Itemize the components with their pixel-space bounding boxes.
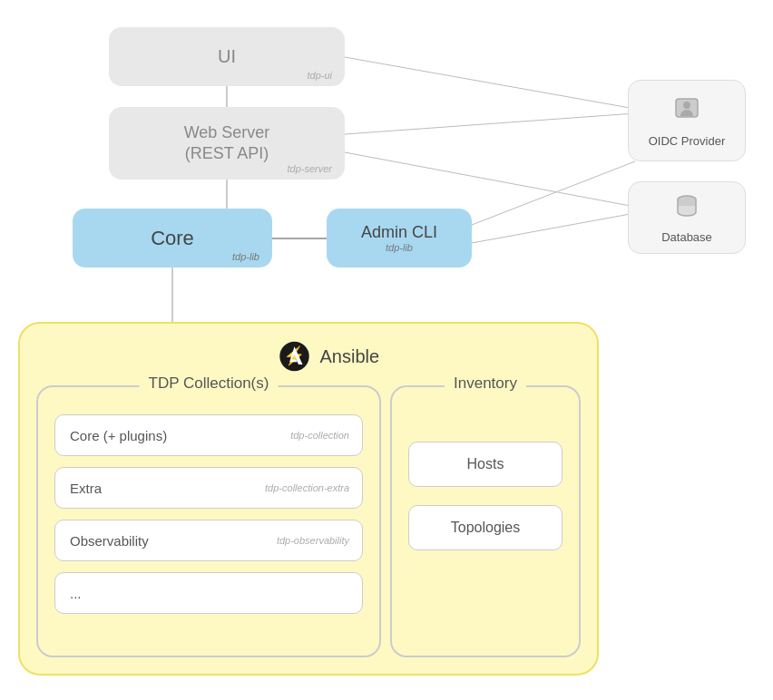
svg-line-7 [472, 161, 635, 225]
tdp-collections-title: TDP Collection(s) [140, 374, 279, 393]
ansible-header: ⚡ Ansible [279, 340, 380, 373]
svg-point-10 [683, 102, 690, 109]
inventory-item-hosts: Hosts [408, 442, 563, 487]
collection-extra-tag: tdp-collection-extra [265, 482, 349, 493]
svg-line-5 [345, 113, 635, 134]
ansible-container: ⚡ Ansible TDP Collection(s) Core (+ plug… [18, 322, 599, 676]
ansible-title: Ansible [320, 346, 380, 367]
webserver-box: Web Server (REST API) tdp-server [109, 107, 345, 180]
admincli-tag: tdp-lib [386, 242, 413, 253]
oidc-box: OIDC Provider [628, 80, 746, 161]
webserver-tag: tdp-server [287, 163, 332, 174]
core-label: Core [151, 227, 194, 250]
admincli-label: Admin CLI [361, 223, 437, 242]
admincli-box: Admin CLI tdp-lib [327, 209, 472, 267]
svg-line-4 [345, 57, 635, 109]
ui-label: UI [218, 46, 236, 67]
svg-line-6 [345, 152, 635, 207]
collection-observability-tag: tdp-observability [277, 535, 349, 546]
ui-tag: tdp-ui [307, 70, 332, 81]
database-icon [673, 192, 700, 225]
inventory-topologies-label: Topologies [451, 520, 521, 536]
tdp-collections-box: TDP Collection(s) Core (+ plugins) tdp-c… [36, 385, 381, 657]
diagram-container: UI tdp-ui Web Server (REST API) tdp-serv… [0, 0, 773, 700]
collection-item-observability: Observability tdp-observability [54, 520, 363, 561]
collection-core-name: Core (+ plugins) [70, 428, 167, 443]
inventory-hosts-label: Hosts [467, 456, 504, 472]
inventory-box: Inventory Hosts Topologies [390, 385, 581, 657]
svg-line-8 [472, 213, 635, 243]
collection-extra2-name: ... [70, 586, 82, 601]
collection-item-extra: Extra tdp-collection-extra [54, 467, 363, 509]
collection-observability-name: Observability [70, 533, 149, 549]
collection-item-core: Core (+ plugins) tdp-collection [54, 414, 363, 456]
ui-box: UI tdp-ui [109, 27, 345, 86]
oidc-icon [672, 93, 701, 129]
core-tag: tdp-lib [232, 251, 259, 262]
collection-core-tag: tdp-collection [290, 430, 349, 441]
inventory-title: Inventory [445, 374, 526, 393]
database-label: Database [661, 230, 712, 244]
collection-item-extra2: ... [54, 572, 363, 614]
webserver-label: Web Server (REST API) [184, 122, 270, 165]
oidc-label: OIDC Provider [649, 134, 726, 149]
ansible-logo-icon: ⚡ [279, 340, 311, 373]
database-box: Database [628, 181, 746, 254]
core-box: Core tdp-lib [73, 209, 272, 267]
inventory-item-topologies: Topologies [408, 505, 563, 550]
collection-extra-name: Extra [70, 481, 102, 496]
